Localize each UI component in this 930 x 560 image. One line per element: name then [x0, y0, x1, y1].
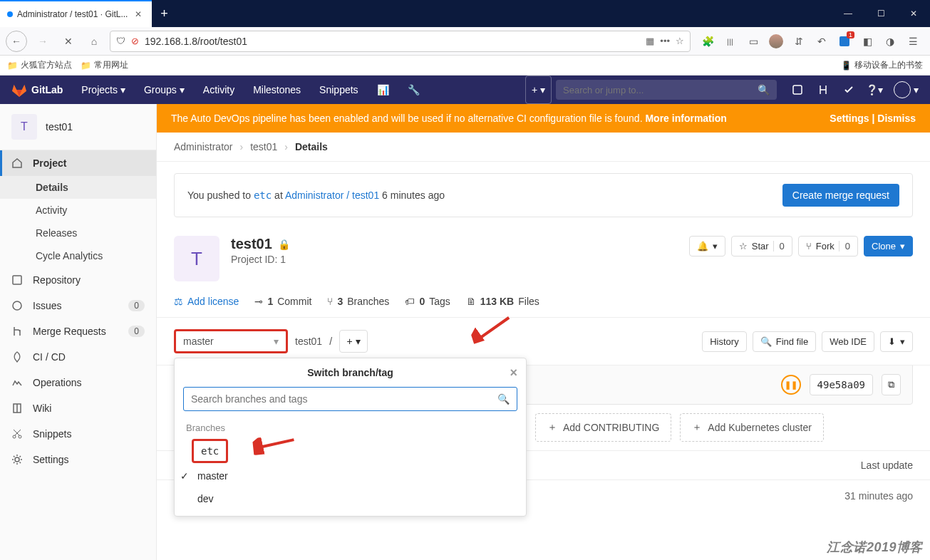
- star-button[interactable]: ☆Star0: [731, 236, 792, 256]
- notification-button[interactable]: 🔔▾: [689, 236, 725, 256]
- bookmark-star-icon[interactable]: ☆: [676, 36, 684, 46]
- push-project-link[interactable]: Administrator / test01: [285, 190, 379, 201]
- dropdown-search[interactable]: 🔍: [183, 387, 517, 411]
- copy-sha-button[interactable]: ⧉: [882, 374, 901, 395]
- browser-tab[interactable]: Administrator / test01 · GitL... ✕: [0, 0, 152, 27]
- bookmark-item[interactable]: 📁 火狐官方站点: [7, 59, 72, 71]
- devtools-icon[interactable]: ◑: [883, 34, 897, 48]
- issues-icon[interactable]: [791, 83, 804, 96]
- nav-chart-icon[interactable]: 📊: [370, 76, 396, 104]
- sidebar-item-project[interactable]: Project: [0, 150, 156, 176]
- nav-projects[interactable]: Projects ▾: [74, 76, 133, 104]
- content-area: The Auto DevOps pipeline has been enable…: [157, 104, 930, 560]
- more-icon[interactable]: •••: [660, 36, 670, 46]
- sync-icon[interactable]: ⇵: [792, 34, 806, 48]
- sidebar-item-cicd[interactable]: CI / CD: [0, 344, 156, 370]
- col-last-update: Last update: [861, 460, 913, 471]
- branch-dropdown: Switch branch/tag × 🔍 Branches etc ✓mast…: [174, 358, 527, 517]
- maximize-icon[interactable]: ☐: [864, 0, 897, 27]
- url-text: 192.168.1.8/root/test01: [145, 36, 640, 47]
- banner-settings-link[interactable]: Settings: [830, 113, 869, 124]
- commits-stat[interactable]: ⊸ 1 Commit: [254, 296, 311, 307]
- add-contributing-button[interactable]: ＋Add CONTRIBUTING: [535, 413, 671, 442]
- extension-icon[interactable]: 🧩: [701, 34, 715, 48]
- crumb-admin[interactable]: Administrator: [174, 141, 232, 152]
- sidebar-project-header[interactable]: T test01: [0, 104, 156, 150]
- nav-snippets[interactable]: Snippets: [312, 76, 365, 104]
- sidebar-item-repository[interactable]: Repository: [0, 267, 156, 293]
- search-icon: 🔍: [758, 84, 770, 95]
- chevron-down-icon: ▾: [180, 84, 185, 95]
- branches-stat[interactable]: ⑂ 3 Branches: [327, 296, 389, 307]
- add-license-link[interactable]: ⚖ Add license: [174, 296, 239, 307]
- sidebar-sub-releases[interactable]: Releases: [0, 222, 156, 244]
- more-info-link[interactable]: More information: [645, 113, 726, 124]
- bookmark-item[interactable]: 📁 常用网址: [81, 59, 128, 71]
- mr-icon[interactable]: [817, 83, 830, 96]
- downloads-icon[interactable]: [837, 34, 852, 48]
- search-input[interactable]: [563, 85, 758, 95]
- minimize-icon[interactable]: —: [832, 0, 864, 27]
- search-bar[interactable]: 🔍: [556, 80, 777, 100]
- nav-wrench-icon[interactable]: 🔧: [401, 76, 427, 104]
- sidebar-item-settings[interactable]: Settings: [0, 447, 156, 472]
- close-window-icon[interactable]: ✕: [897, 0, 930, 27]
- home-icon[interactable]: ⌂: [84, 31, 104, 51]
- user-avatar[interactable]: ▾: [894, 81, 919, 98]
- files-stat[interactable]: 🗎 113 KB Files: [466, 296, 539, 307]
- menu-icon[interactable]: ☰: [906, 34, 920, 48]
- add-kubernetes-button[interactable]: ＋Add Kubernetes cluster: [680, 413, 824, 442]
- insecure-icon: ⊘: [131, 36, 139, 46]
- profile-avatar-icon[interactable]: [769, 34, 783, 48]
- sidebar-sub-details[interactable]: Details: [0, 176, 156, 199]
- push-branch[interactable]: etc: [254, 190, 272, 201]
- new-tab-button[interactable]: +: [152, 0, 176, 27]
- reload-icon[interactable]: ✕: [58, 31, 78, 51]
- nav-milestones[interactable]: Milestones: [246, 76, 308, 104]
- branch-selector[interactable]: master ▾: [174, 329, 288, 353]
- branch-search-input[interactable]: [191, 393, 497, 405]
- add-file-button[interactable]: + ▾: [339, 330, 368, 353]
- watermark: 江念诺2019博客: [827, 539, 923, 556]
- plus-dropdown[interactable]: + ▾: [525, 76, 552, 104]
- close-icon[interactable]: ×: [510, 365, 517, 380]
- help-icon[interactable]: ❔▾: [868, 83, 881, 96]
- address-bar[interactable]: 🛡 ⊘ 192.168.1.8/root/test01 ▦ ••• ☆: [110, 31, 691, 52]
- gitlab-logo[interactable]: GitLab: [11, 82, 63, 98]
- tags-stat[interactable]: 🏷 0 Tags: [405, 296, 450, 307]
- find-file-button[interactable]: 🔍Find file: [753, 331, 817, 352]
- crumb-project[interactable]: test01: [250, 141, 277, 152]
- qr-icon[interactable]: ▦: [646, 36, 654, 46]
- commit-sha[interactable]: 49e58a09: [810, 374, 873, 395]
- branch-option-etc[interactable]: etc: [192, 439, 228, 463]
- library-icon[interactable]: ⫼: [723, 34, 738, 48]
- sidebar-item-snippets[interactable]: Snippets: [0, 421, 156, 447]
- sidebar-item-operations[interactable]: Operations: [0, 370, 156, 395]
- nav-groups[interactable]: Groups ▾: [137, 76, 192, 104]
- undo-icon[interactable]: ↶: [815, 34, 829, 48]
- nav-activity[interactable]: Activity: [196, 76, 242, 104]
- clone-button[interactable]: Clone ▾: [864, 236, 913, 256]
- close-tab-icon[interactable]: ✕: [132, 9, 145, 19]
- mobile-bookmarks[interactable]: 📱 移动设备上的书签: [841, 59, 923, 71]
- reader-icon[interactable]: ▭: [746, 34, 760, 48]
- gitlab-header: GitLab Projects ▾ Groups ▾ Activity Mile…: [0, 76, 930, 104]
- back-button[interactable]: ←: [6, 31, 27, 52]
- sidebar-sub-activity[interactable]: Activity: [0, 199, 156, 222]
- pipeline-pending-icon[interactable]: ❚❚: [781, 375, 801, 395]
- branch-option-dev[interactable]: dev: [175, 487, 526, 510]
- sidebar-item-mr[interactable]: Merge Requests 0: [0, 318, 156, 344]
- fork-button[interactable]: ⑂Fork0: [798, 236, 858, 256]
- create-mr-button[interactable]: Create merge request: [782, 184, 899, 207]
- banner-dismiss-link[interactable]: Dismiss: [877, 113, 916, 124]
- web-ide-button[interactable]: Web IDE: [822, 331, 874, 352]
- todos-icon[interactable]: [842, 83, 855, 96]
- branch-option-master[interactable]: ✓master: [175, 465, 526, 487]
- sidebar-item-wiki[interactable]: Wiki: [0, 395, 156, 421]
- download-button[interactable]: ⬇ ▾: [880, 331, 913, 352]
- screenshot-icon[interactable]: ◧: [860, 34, 874, 48]
- path-project[interactable]: test01: [295, 336, 322, 347]
- history-button[interactable]: History: [702, 331, 746, 352]
- sidebar-sub-cycle[interactable]: Cycle Analytics: [0, 244, 156, 267]
- sidebar-item-issues[interactable]: Issues 0: [0, 293, 156, 318]
